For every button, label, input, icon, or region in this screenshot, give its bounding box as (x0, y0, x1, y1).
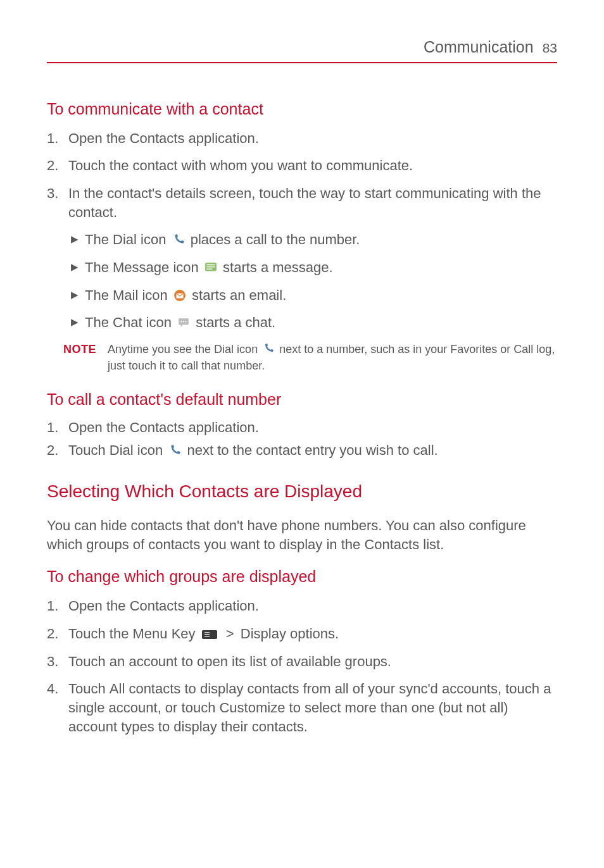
text-fragment: The (85, 259, 113, 275)
text: The Message icon starts a message. (85, 258, 333, 277)
gt-symbol: > (226, 624, 234, 643)
bold-text: Message icon (113, 259, 199, 275)
list-item: 1. Open the Contacts application. (47, 597, 557, 616)
list-item: 3. In the contact's details screen, touc… (47, 184, 557, 221)
text-fragment: places a call to the number. (191, 232, 360, 247)
num-marker: 3. (47, 184, 63, 221)
num-marker: 1. (47, 129, 63, 148)
list-call-default: 1. Open the Contacts application. 2. Tou… (47, 418, 557, 459)
sublist-icons: ▶ The Dial icon places a call to the num… (71, 230, 557, 332)
text: Touch All contacts to display contacts f… (68, 679, 557, 736)
paragraph: You can hide contacts that don't have ph… (47, 516, 557, 554)
text: Touch an account to open its list of ava… (68, 652, 557, 671)
note-label: NOTE (63, 341, 96, 374)
text-fragment: icon (134, 442, 167, 458)
caret-icon: ▶ (71, 288, 79, 301)
caret-icon: ▶ (71, 233, 79, 245)
list-communicate: 1. Open the Contacts application. 2. Tou… (47, 129, 557, 222)
text-fragment: Open the (68, 130, 130, 146)
num-marker: 2. (47, 441, 63, 460)
text-fragment: The (85, 314, 113, 330)
text: Open the Contacts application. (68, 129, 557, 148)
text-fragment: The (85, 232, 113, 247)
heading-call-default-number: To call a contact's default number (47, 389, 557, 411)
text: Open the Contacts application. (68, 597, 557, 616)
bold-text: All contacts (110, 681, 181, 697)
text: Open the Contacts application. (68, 418, 557, 437)
bold-text: Dial icon (113, 232, 166, 247)
bold-text: Dial (110, 442, 134, 458)
list-item: 4. Touch All contacts to display contact… (47, 679, 557, 736)
bold-text: Customize (219, 700, 285, 716)
text-fragment: Touch (68, 681, 110, 697)
text-fragment: application. (184, 419, 258, 435)
num-marker: 2. (47, 156, 63, 175)
bold-text: Contacts (130, 598, 185, 614)
list-item: 2. Touch Dial icon next to the contact e… (47, 441, 557, 460)
num-marker: 1. (47, 418, 63, 437)
num-marker: 1. (47, 597, 63, 616)
text-fragment: Anytime you see the (108, 343, 214, 356)
list-item: 3. Touch an account to open its list of … (47, 652, 557, 671)
bold-text: Dial icon (214, 343, 258, 356)
bold-text: Contacts (130, 419, 185, 435)
list-item: 1. Open the Contacts application. (47, 129, 557, 148)
text-fragment: starts an email. (192, 287, 286, 303)
text: Touch the Menu Key > Display options. (68, 624, 557, 643)
bold-text: Contacts (130, 130, 185, 146)
dial-icon (263, 343, 274, 354)
num-marker: 2. (47, 624, 63, 643)
dial-icon (172, 233, 185, 246)
chat-icon (177, 316, 190, 329)
sub-item: ▶ The Dial icon places a call to the num… (71, 230, 557, 249)
text-fragment: Open the (68, 419, 130, 435)
sub-item: ▶ The Chat icon starts a chat. (71, 313, 557, 332)
num-marker: 4. (47, 679, 63, 736)
heading-change-groups-displayed: To change which groups are displayed (47, 566, 557, 588)
text-fragment: Touch the (68, 626, 133, 642)
text: Touch the contact with whom you want to … (68, 156, 557, 175)
text-fragment: application. (184, 598, 258, 614)
heading-selecting-contacts-displayed: Selecting Which Contacts are Displayed (47, 480, 557, 504)
text-fragment: Open the (68, 598, 130, 614)
sub-item: ▶ The Message icon starts a message. (71, 258, 557, 277)
text: The Dial icon places a call to the numbe… (85, 230, 360, 249)
text-fragment: . (335, 626, 339, 642)
bold-text: Chat icon (113, 314, 172, 330)
text-fragment: next to the contact entry you wish to ca… (187, 442, 437, 458)
caret-icon: ▶ (71, 316, 79, 328)
text: Touch Dial icon next to the contact entr… (68, 441, 557, 460)
text: The Chat icon starts a chat. (85, 313, 275, 332)
text-fragment: starts a chat. (196, 314, 275, 330)
text: The Mail icon starts an email. (85, 286, 286, 305)
text-fragment: Touch (68, 442, 110, 458)
heading-communicate-with-contact: To communicate with a contact (47, 99, 557, 120)
mail-icon (173, 289, 186, 302)
text-fragment: starts a message. (223, 259, 333, 275)
note: NOTE Anytime you see the Dial icon next … (63, 341, 557, 374)
page-header: Communication 83 (47, 37, 557, 63)
section-title: Communication (424, 37, 534, 58)
text-fragment: The (85, 287, 113, 303)
bold-text: Display options (241, 626, 335, 642)
bold-text: Mail icon (113, 287, 168, 303)
text: In the contact's details screen, touch t… (68, 184, 557, 221)
bold-text: Menu Key (133, 626, 196, 642)
text-fragment: application. (184, 130, 258, 146)
caret-icon: ▶ (71, 261, 79, 273)
message-icon (204, 261, 217, 274)
list-item: 1. Open the Contacts application. (47, 418, 557, 437)
note-text: Anytime you see the Dial icon next to a … (108, 341, 557, 374)
list-change-groups: 1. Open the Contacts application. 2. Tou… (47, 597, 557, 736)
menu-key-icon (201, 629, 218, 640)
list-item: 2. Touch the Menu Key > Display options. (47, 624, 557, 643)
list-item: 2. Touch the contact with whom you want … (47, 156, 557, 175)
num-marker: 3. (47, 652, 63, 671)
dial-icon (168, 444, 181, 457)
sub-item: ▶ The Mail icon starts an email. (71, 286, 557, 305)
page-number: 83 (543, 39, 557, 57)
